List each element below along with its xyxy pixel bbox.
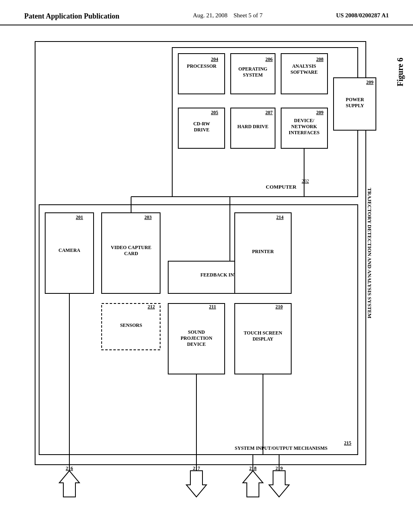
device-network-num: 209	[316, 110, 323, 115]
power-supply-num: 209	[366, 79, 373, 85]
page-header: Patent Application Publication Aug. 21, …	[0, 0, 413, 25]
svg-text:PRINTER: PRINTER	[252, 249, 274, 254]
processor-num: 204	[211, 56, 218, 62]
svg-text:HARD DRIVE: HARD DRIVE	[237, 124, 268, 129]
svg-text:PROCESSOR: PROCESSOR	[187, 63, 217, 69]
svg-text:CARD: CARD	[124, 251, 138, 256]
svg-text:SYSTEM: SYSTEM	[243, 72, 263, 78]
svg-text:POWER: POWER	[346, 97, 364, 102]
svg-text:INTERFACES: INTERFACES	[289, 130, 320, 135]
camera-num: 201	[76, 214, 83, 220]
touch-screen-num: 210	[275, 304, 283, 310]
svg-text:SOUND: SOUND	[188, 329, 205, 335]
header-right: US 2008/0200287 A1	[336, 12, 389, 19]
op-system-num: 206	[265, 56, 273, 62]
arrow-219-shape	[269, 471, 289, 497]
main-diagram: TRAJECTORY DETECTION AND ANALYSIS SYSTEM…	[31, 37, 382, 505]
svg-text:SUPPLY: SUPPLY	[346, 103, 364, 108]
computer-label: COMPUTER	[266, 184, 296, 190]
arrow-216-shape	[59, 471, 79, 497]
sensors-num: 212	[148, 304, 155, 310]
io-label: SYSTEM INPUT/OUTPUT MECHANISMS	[235, 445, 327, 451]
svg-text:OPERATING: OPERATING	[238, 66, 267, 72]
svg-text:DEVICE: DEVICE	[187, 341, 206, 347]
svg-text:PROJECTION: PROJECTION	[181, 335, 213, 341]
header-left: Patent Application Publication	[24, 12, 119, 21]
svg-text:NETWORK: NETWORK	[291, 124, 317, 129]
arrow-217-shape	[186, 471, 206, 497]
hard-drive-num: 207	[265, 110, 273, 115]
figure-label: Figure 6	[396, 58, 405, 86]
svg-text:ANALYSIS: ANALYSIS	[292, 63, 316, 69]
svg-text:CD-RW: CD-RW	[193, 121, 210, 127]
svg-text:SENSORS: SENSORS	[120, 322, 142, 328]
analysis-num: 208	[316, 56, 323, 62]
svg-text:TOUCH SCREEN: TOUCH SCREEN	[244, 330, 282, 336]
header-sheet: Sheet 5 of 7	[234, 12, 263, 19]
svg-text:VIDEO CAPTURE: VIDEO CAPTURE	[111, 245, 151, 250]
header-date: Aug. 21, 2008	[193, 12, 227, 19]
io-num: 215	[344, 440, 351, 446]
svg-text:CAMERA: CAMERA	[58, 247, 80, 253]
computer-num: 202	[302, 178, 309, 184]
svg-text:SOFTWARE: SOFTWARE	[290, 69, 317, 75]
header-center: Aug. 21, 2008 Sheet 5 of 7	[193, 12, 263, 19]
system-label: TRAJECTORY DETECTION AND ANALYSIS SYSTEM	[367, 188, 373, 318]
svg-text:DEVICE/: DEVICE/	[294, 118, 315, 123]
svg-text:DRIVE: DRIVE	[194, 127, 210, 133]
arrow-218-shape	[243, 471, 263, 497]
sound-num: 211	[209, 304, 216, 310]
video-capture-num: 203	[144, 214, 152, 220]
svg-text:DISPLAY: DISPLAY	[252, 336, 273, 342]
svg-rect-23	[45, 213, 94, 293]
printer-num: 214	[276, 214, 284, 220]
cdrw-num: 205	[211, 110, 218, 115]
